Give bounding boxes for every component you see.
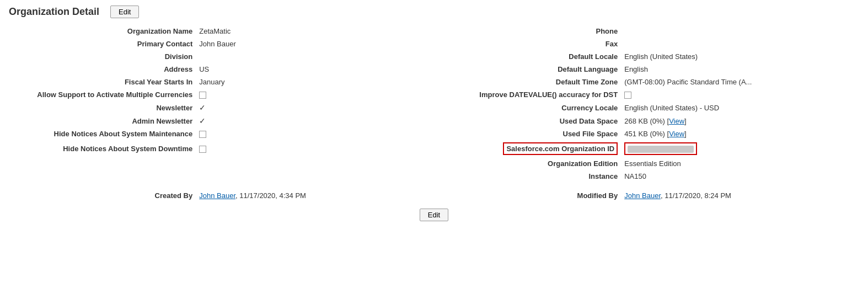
instance-label: Instance <box>434 170 621 183</box>
fax-value <box>621 38 859 50</box>
fax-label: Fax <box>434 38 621 50</box>
newsletter-checkbox: ✓ <box>196 101 434 114</box>
modified-by-link[interactable]: John Bauer <box>624 191 661 200</box>
fiscal-year-value: January <box>196 76 434 88</box>
hide-maintenance-checkbox <box>196 127 434 140</box>
default-locale-label: Default Locale <box>434 50 621 63</box>
org-edition-value: Essentials Edition <box>621 157 859 170</box>
currency-locale-value: English (United States) - USD <box>621 101 859 114</box>
created-date: , 11/17/2020, 4:34 PM <box>235 191 306 200</box>
division-label: Division <box>9 50 196 63</box>
used-file-space-label: Used File Space <box>434 127 621 140</box>
created-by-label: Created By <box>9 183 196 204</box>
admin-newsletter-label: Admin Newsletter <box>9 114 196 127</box>
default-timezone-label: Default Time Zone <box>434 76 621 88</box>
modified-by-label: Modified By <box>434 183 621 204</box>
improve-dst-checkbox <box>621 88 859 101</box>
improve-dst-label: Improve DATEVALUE() accuracy for DST <box>434 88 621 101</box>
address-label: Address <box>9 63 196 76</box>
used-file-space-value: 451 KB (0%) [View] <box>621 127 859 140</box>
org-edition-label: Organization Edition <box>434 157 621 170</box>
phone-value <box>621 25 859 38</box>
org-name-label: Organization Name <box>9 25 196 38</box>
created-by-link[interactable]: John Bauer <box>199 191 235 200</box>
division-value <box>196 50 434 63</box>
admin-newsletter-checkbox: ✓ <box>196 114 434 127</box>
page-title: Organization Detail <box>9 6 99 18</box>
address-value: US <box>196 63 434 76</box>
default-language-value: English <box>621 63 859 76</box>
instance-value: NA150 <box>621 170 859 183</box>
primary-contact-label: Primary Contact <box>9 38 196 50</box>
phone-label: Phone <box>434 25 621 38</box>
default-locale-value: English (United States) <box>621 50 859 63</box>
primary-contact-value: John Bauer <box>196 38 434 50</box>
used-file-space-view-link[interactable]: View <box>669 130 684 138</box>
newsletter-label: Newsletter <box>9 101 196 114</box>
default-language-label: Default Language <box>434 63 621 76</box>
hide-downtime-label: Hide Notices About System Downtime <box>9 140 196 157</box>
created-by-value: John Bauer, 11/17/2020, 4:34 PM <box>196 183 434 204</box>
fiscal-year-label: Fiscal Year Starts In <box>9 76 196 88</box>
salesforce-id-label: Salesforce.com Organization ID <box>434 140 621 157</box>
allow-currencies-label: Allow Support to Activate Multiple Curre… <box>9 88 196 101</box>
org-name-value: ZetaMatic <box>196 25 434 38</box>
edit-button-top[interactable]: Edit <box>110 6 139 18</box>
used-data-space-label: Used Data Space <box>434 114 621 127</box>
salesforce-id-value <box>621 140 859 157</box>
used-data-space-view-link[interactable]: View <box>669 117 684 125</box>
default-timezone-value: (GMT-08:00) Pacific Standard Time (A... <box>621 76 859 88</box>
edit-button-bottom[interactable]: Edit <box>420 209 448 221</box>
used-data-space-value: 268 KB (0%) [View] <box>621 114 859 127</box>
currency-locale-label: Currency Locale <box>434 101 621 114</box>
modified-by-value: John Bauer, 11/17/2020, 8:24 PM <box>621 183 859 204</box>
allow-currencies-checkbox <box>196 88 434 101</box>
modified-date: , 11/17/2020, 8:24 PM <box>661 191 731 200</box>
hide-maintenance-label: Hide Notices About System Maintenance <box>9 127 196 140</box>
hide-downtime-checkbox <box>196 140 434 157</box>
